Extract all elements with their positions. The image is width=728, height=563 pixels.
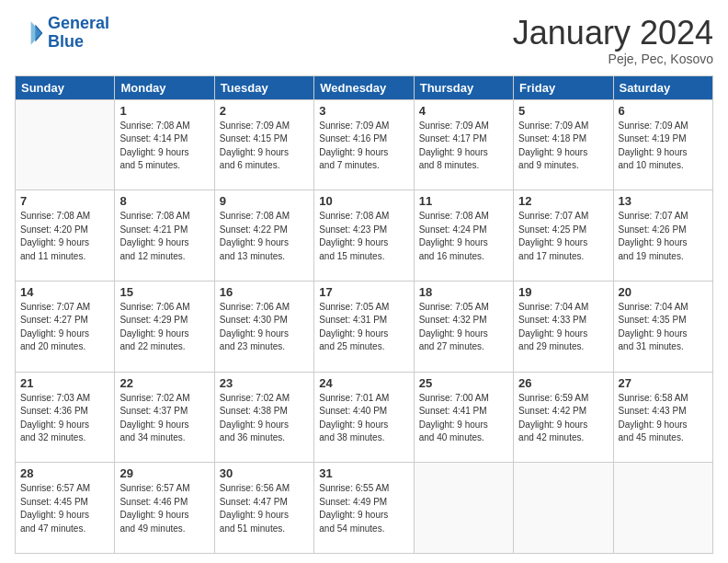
calendar-header-row: SundayMondayTuesdayWednesdayThursdayFrid… (16, 75, 713, 99)
calendar-cell: 11Sunrise: 7:08 AM Sunset: 4:24 PM Dayli… (414, 190, 513, 282)
calendar-cell: 3Sunrise: 7:09 AM Sunset: 4:16 PM Daylig… (314, 99, 414, 190)
day-number: 26 (518, 376, 608, 390)
day-info: Sunrise: 7:07 AM Sunset: 4:26 PM Dayligh… (619, 210, 708, 263)
day-info: Sunrise: 7:01 AM Sunset: 4:40 PM Dayligh… (319, 392, 408, 445)
day-header-thursday: Thursday (414, 75, 513, 99)
day-info: Sunrise: 7:09 AM Sunset: 4:17 PM Dayligh… (419, 120, 508, 173)
calendar-cell: 22Sunrise: 7:02 AM Sunset: 4:37 PM Dayli… (115, 372, 214, 463)
calendar-cell: 24Sunrise: 7:01 AM Sunset: 4:40 PM Dayli… (314, 372, 414, 463)
calendar-cell: 10Sunrise: 7:08 AM Sunset: 4:23 PM Dayli… (314, 190, 414, 282)
day-info: Sunrise: 7:07 AM Sunset: 4:27 PM Dayligh… (20, 301, 109, 354)
calendar-cell: 20Sunrise: 7:04 AM Sunset: 4:35 PM Dayli… (613, 281, 712, 372)
day-header-saturday: Saturday (613, 75, 712, 99)
calendar-cell: 25Sunrise: 7:00 AM Sunset: 4:41 PM Dayli… (414, 372, 513, 463)
day-number: 4 (419, 104, 508, 118)
day-number: 8 (119, 194, 209, 208)
day-info: Sunrise: 7:08 AM Sunset: 4:22 PM Dayligh… (220, 210, 309, 263)
calendar-cell: 17Sunrise: 7:05 AM Sunset: 4:31 PM Dayli… (314, 281, 414, 372)
logo-line1: General (48, 14, 109, 32)
day-number: 31 (319, 466, 408, 480)
day-info: Sunrise: 7:08 AM Sunset: 4:21 PM Dayligh… (119, 210, 209, 263)
day-info: Sunrise: 7:08 AM Sunset: 4:24 PM Dayligh… (419, 210, 508, 263)
day-info: Sunrise: 6:58 AM Sunset: 4:43 PM Dayligh… (619, 392, 708, 445)
calendar-week-2: 7Sunrise: 7:08 AM Sunset: 4:20 PM Daylig… (16, 190, 713, 282)
calendar-cell: 8Sunrise: 7:08 AM Sunset: 4:21 PM Daylig… (115, 190, 214, 282)
svg-marker-1 (31, 21, 41, 45)
calendar-cell: 19Sunrise: 7:04 AM Sunset: 4:33 PM Dayli… (514, 281, 613, 372)
calendar-cell (414, 463, 513, 554)
day-number: 7 (20, 194, 109, 208)
calendar-cell: 12Sunrise: 7:07 AM Sunset: 4:25 PM Dayli… (514, 190, 613, 282)
day-info: Sunrise: 7:09 AM Sunset: 4:16 PM Dayligh… (319, 120, 408, 173)
day-number: 29 (119, 466, 209, 480)
title-area: January 2024 Peje, Pec, Kosovo (513, 15, 713, 66)
day-info: Sunrise: 7:04 AM Sunset: 4:35 PM Dayligh… (619, 301, 708, 354)
day-info: Sunrise: 7:03 AM Sunset: 4:36 PM Dayligh… (20, 392, 109, 445)
calendar-cell: 7Sunrise: 7:08 AM Sunset: 4:20 PM Daylig… (16, 190, 115, 282)
header: General Blue January 2024 Peje, Pec, Kos… (15, 15, 713, 66)
calendar-cell: 1Sunrise: 7:08 AM Sunset: 4:14 PM Daylig… (115, 99, 214, 190)
day-info: Sunrise: 7:06 AM Sunset: 4:29 PM Dayligh… (119, 301, 209, 354)
day-number: 21 (20, 376, 109, 390)
day-number: 27 (619, 376, 708, 390)
calendar-week-1: 1Sunrise: 7:08 AM Sunset: 4:14 PM Daylig… (16, 99, 713, 190)
calendar-cell: 29Sunrise: 6:57 AM Sunset: 4:46 PM Dayli… (115, 463, 214, 554)
logo-line2: Blue (48, 32, 84, 51)
calendar-week-5: 28Sunrise: 6:57 AM Sunset: 4:45 PM Dayli… (16, 463, 713, 554)
day-info: Sunrise: 6:57 AM Sunset: 4:46 PM Dayligh… (119, 482, 209, 535)
day-number: 11 (419, 194, 508, 208)
day-number: 17 (319, 285, 408, 299)
day-number: 23 (220, 376, 309, 390)
day-info: Sunrise: 7:02 AM Sunset: 4:38 PM Dayligh… (220, 392, 309, 445)
calendar-cell: 6Sunrise: 7:09 AM Sunset: 4:19 PM Daylig… (613, 99, 712, 190)
day-number: 18 (419, 285, 508, 299)
day-info: Sunrise: 6:56 AM Sunset: 4:47 PM Dayligh… (220, 482, 309, 535)
day-number: 22 (119, 376, 209, 390)
calendar: SundayMondayTuesdayWednesdayThursdayFrid… (15, 75, 713, 554)
day-info: Sunrise: 7:09 AM Sunset: 4:18 PM Dayligh… (518, 120, 608, 173)
calendar-week-4: 21Sunrise: 7:03 AM Sunset: 4:36 PM Dayli… (16, 372, 713, 463)
day-number: 25 (419, 376, 508, 390)
calendar-week-3: 14Sunrise: 7:07 AM Sunset: 4:27 PM Dayli… (16, 281, 713, 372)
day-number: 24 (319, 376, 408, 390)
calendar-cell: 9Sunrise: 7:08 AM Sunset: 4:22 PM Daylig… (214, 190, 313, 282)
day-info: Sunrise: 7:05 AM Sunset: 4:31 PM Dayligh… (319, 301, 408, 354)
day-info: Sunrise: 7:06 AM Sunset: 4:30 PM Dayligh… (220, 301, 309, 354)
day-number: 13 (619, 194, 708, 208)
logo-text: General Blue (48, 15, 109, 52)
day-info: Sunrise: 6:59 AM Sunset: 4:42 PM Dayligh… (518, 392, 608, 445)
day-header-monday: Monday (115, 75, 214, 99)
day-info: Sunrise: 7:02 AM Sunset: 4:37 PM Dayligh… (119, 392, 209, 445)
day-info: Sunrise: 7:08 AM Sunset: 4:14 PM Dayligh… (119, 120, 209, 173)
calendar-cell: 28Sunrise: 6:57 AM Sunset: 4:45 PM Dayli… (16, 463, 115, 554)
day-info: Sunrise: 7:09 AM Sunset: 4:15 PM Dayligh… (220, 120, 309, 173)
day-info: Sunrise: 6:57 AM Sunset: 4:45 PM Dayligh… (20, 482, 109, 535)
day-number: 10 (319, 194, 408, 208)
calendar-cell: 23Sunrise: 7:02 AM Sunset: 4:38 PM Dayli… (214, 372, 313, 463)
day-info: Sunrise: 7:05 AM Sunset: 4:32 PM Dayligh… (419, 301, 508, 354)
calendar-cell (613, 463, 712, 554)
calendar-cell (514, 463, 613, 554)
page: General Blue January 2024 Peje, Pec, Kos… (0, 0, 728, 563)
day-info: Sunrise: 7:04 AM Sunset: 4:33 PM Dayligh… (518, 301, 608, 354)
logo: General Blue (15, 15, 109, 52)
calendar-cell: 31Sunrise: 6:55 AM Sunset: 4:49 PM Dayli… (314, 463, 414, 554)
day-header-friday: Friday (514, 75, 613, 99)
day-number: 28 (20, 466, 109, 480)
day-number: 1 (119, 104, 209, 118)
calendar-cell: 16Sunrise: 7:06 AM Sunset: 4:30 PM Dayli… (214, 281, 313, 372)
day-number: 3 (319, 104, 408, 118)
day-header-tuesday: Tuesday (214, 75, 313, 99)
day-number: 14 (20, 285, 109, 299)
day-number: 6 (619, 104, 708, 118)
day-number: 5 (518, 104, 608, 118)
day-number: 15 (119, 285, 209, 299)
day-number: 16 (220, 285, 309, 299)
day-header-sunday: Sunday (16, 75, 115, 99)
calendar-cell: 26Sunrise: 6:59 AM Sunset: 4:42 PM Dayli… (514, 372, 613, 463)
day-number: 20 (619, 285, 708, 299)
day-info: Sunrise: 7:09 AM Sunset: 4:19 PM Dayligh… (619, 120, 708, 173)
calendar-cell: 14Sunrise: 7:07 AM Sunset: 4:27 PM Dayli… (16, 281, 115, 372)
calendar-cell: 5Sunrise: 7:09 AM Sunset: 4:18 PM Daylig… (514, 99, 613, 190)
day-info: Sunrise: 7:08 AM Sunset: 4:23 PM Dayligh… (319, 210, 408, 263)
